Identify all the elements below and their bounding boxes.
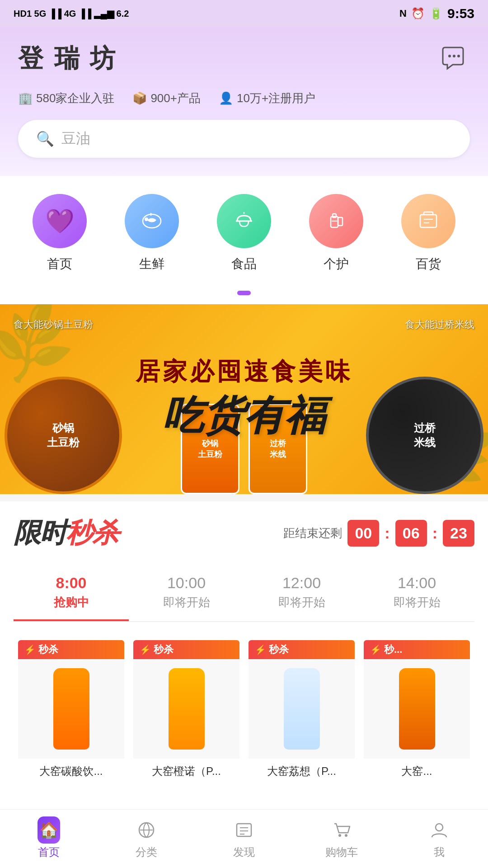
banner-right-text: 食大能过桥米线 [405, 318, 474, 331]
svg-point-19 [338, 834, 341, 837]
nav-cart-icon [330, 819, 353, 841]
timer-hours: 00 [347, 520, 379, 547]
battery-icon: 🔋 [429, 7, 443, 20]
stat-enterprises: 🏢 580家企业入驻 [18, 90, 114, 106]
time-tab-1[interactable]: 10:00 即将开始 [129, 565, 244, 621]
svg-point-21 [436, 824, 443, 831]
nav-profile[interactable]: 我 [390, 814, 488, 864]
flash-sale-logo: 限时秒杀 [14, 515, 118, 552]
status-left: HD1 5G ▐▐ 4G ▐▐ ▂▄▆ 6.2 [14, 8, 129, 19]
svg-point-0 [448, 55, 451, 57]
nfc-icon: N [399, 8, 407, 19]
product-name-3: 大窑... [364, 764, 470, 778]
flash-logo-text1: 限时 [14, 518, 66, 548]
category-food-label: 食品 [231, 255, 257, 273]
timer-sep-2: : [432, 524, 437, 542]
nav-discover-label: 发现 [233, 845, 255, 859]
stats-row: 🏢 580家企业入驻 📦 900+产品 👤 10万+注册用户 [18, 90, 470, 106]
food-bowl-right: 过桥米线 [366, 377, 483, 494]
nav-discover[interactable]: 发现 [195, 814, 293, 864]
nav-cart[interactable]: 购物车 [293, 814, 390, 864]
product-img-2 [249, 659, 355, 759]
chat-button[interactable] [434, 41, 470, 77]
timer-label: 距结束还剩 [283, 525, 342, 541]
category-section: 💜 首页 生鲜 食品 [0, 176, 488, 286]
timer-minutes: 06 [395, 520, 427, 547]
category-more-label: 百货 [416, 255, 441, 273]
category-more[interactable]: 百货 [382, 194, 474, 273]
status-right: N ⏰ 🔋 9:53 [399, 6, 474, 21]
time-tab-0[interactable]: 8:00 抢购中 [14, 565, 129, 621]
time-tab-2[interactable]: 12:00 即将开始 [244, 565, 359, 621]
svg-rect-7 [333, 214, 336, 217]
carousel-dot-active [237, 291, 251, 295]
category-home-icon: 💜 [33, 194, 87, 248]
product-img-1 [133, 659, 239, 759]
banner-section[interactable]: 🌿 🌿 食大能砂锅土豆粉 食大能过桥米线 居家必囤速食美味 吃货有福 砂锅土豆粉… [0, 304, 488, 494]
category-home[interactable]: 💜 首页 [14, 194, 106, 273]
category-care-icon [309, 194, 363, 248]
search-icon: 🔍 [36, 130, 54, 147]
product-card-0[interactable]: ⚡ 秒杀 大窑碳酸饮... [14, 636, 129, 783]
enterprise-icon: 🏢 [18, 91, 33, 105]
time-tab-2-time: 12:00 [244, 574, 359, 592]
time-tab-2-status: 即将开始 [244, 594, 359, 610]
bottle-2 [284, 668, 320, 750]
food-bowl-left: 砂锅土豆粉 [5, 377, 122, 494]
nav-profile-label: 我 [434, 845, 445, 859]
bottom-nav: 🏠 首页 分类 发现 [0, 809, 488, 868]
svg-rect-10 [420, 215, 436, 227]
product-card-3[interactable]: ⚡ 秒... 大窑... [359, 636, 474, 783]
lightning-icon-2: ⚡ [255, 644, 266, 655]
nav-profile-icon [428, 819, 450, 841]
bottle-3 [399, 668, 435, 750]
time-tab-3-time: 14:00 [359, 574, 474, 592]
svg-rect-6 [331, 217, 338, 227]
time-display: 9:53 [447, 6, 474, 21]
header-top-row: 登 瑞 坊 [18, 41, 470, 77]
lightning-icon-1: ⚡ [140, 644, 151, 655]
flash-sale-timer: 距结束还剩 00 : 06 : 23 [283, 520, 474, 547]
stat-users: 👤 10万+注册用户 [219, 90, 315, 106]
category-care[interactable]: 个护 [290, 194, 382, 273]
products-row: ⚡ 秒杀 大窑碳酸饮... ⚡ 秒杀 大窑橙诺（P... ⚡ 秒杀 [14, 636, 474, 797]
category-food[interactable]: 食品 [198, 194, 290, 273]
stat-products: 📦 900+产品 [132, 90, 201, 106]
category-food-icon [217, 194, 271, 248]
svg-point-1 [453, 55, 455, 57]
product-badge-1: ⚡ 秒杀 [133, 640, 239, 659]
lightning-icon-0: ⚡ [24, 644, 36, 655]
time-tab-0-status: 抢购中 [14, 594, 129, 610]
product-badge-0: ⚡ 秒杀 [18, 640, 124, 659]
carousel-dots [0, 286, 488, 304]
product-card-2[interactable]: ⚡ 秒杀 大窑荔想（P... [244, 636, 359, 783]
lightning-icon-3: ⚡ [370, 644, 381, 655]
bottle-1 [169, 668, 205, 750]
nav-category[interactable]: 分类 [98, 814, 195, 864]
time-tabs-row: 8:00 抢购中 10:00 即将开始 12:00 即将开始 14:00 即将开… [14, 565, 474, 622]
header-section: 登 瑞 坊 🏢 580家企业入驻 📦 900+产品 👤 10万+注册用户 🔍 豆… [0, 27, 488, 176]
product-name-1: 大窑橙诺（P... [133, 764, 239, 778]
alarm-icon: ⏰ [411, 7, 425, 20]
time-tab-3-status: 即将开始 [359, 594, 474, 610]
category-fresh[interactable]: 生鲜 [106, 194, 198, 273]
product-img-0 [18, 659, 124, 759]
product-badge-2: ⚡ 秒杀 [249, 640, 355, 659]
search-bar[interactable]: 🔍 豆油 [18, 120, 470, 158]
status-bar: HD1 5G ▐▐ 4G ▐▐ ▂▄▆ 6.2 N ⏰ 🔋 9:53 [0, 0, 488, 27]
product-name-2: 大窑荔想（P... [249, 764, 355, 778]
bottle-0 [53, 668, 89, 750]
timer-seconds: 23 [443, 520, 474, 547]
time-tab-3[interactable]: 14:00 即将开始 [359, 565, 474, 621]
category-care-label: 个护 [324, 255, 349, 273]
nav-category-label: 分类 [136, 845, 157, 859]
network-info: HD1 5G ▐▐ 4G ▐▐ ▂▄▆ 6.2 [14, 8, 129, 19]
search-placeholder: 豆油 [61, 129, 90, 149]
nav-home-label: 首页 [38, 845, 60, 859]
timer-sep-1: : [385, 524, 389, 542]
nav-home[interactable]: 🏠 首页 [0, 814, 98, 864]
product-card-1[interactable]: ⚡ 秒杀 大窑橙诺（P... [129, 636, 244, 783]
product-img-3 [364, 659, 470, 759]
app-title: 登 瑞 坊 [18, 42, 117, 76]
flash-sale-header: 限时秒杀 距结束还剩 00 : 06 : 23 [14, 515, 474, 552]
